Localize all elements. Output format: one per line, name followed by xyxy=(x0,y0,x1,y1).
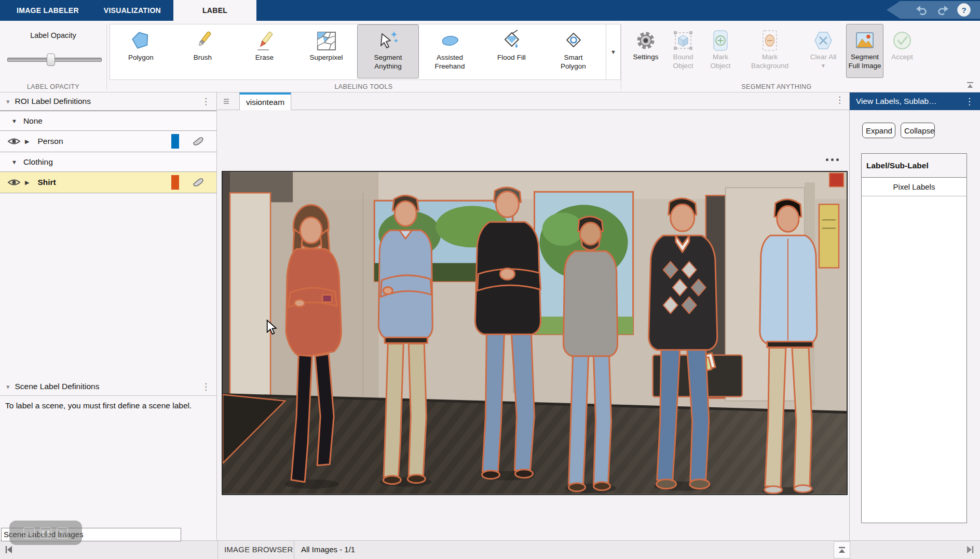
pause-icon: ❚❚ xyxy=(40,527,51,539)
roi-label-panel: ▾ ROI Label Definitions ⋮ ▼ None ▶ Perso… xyxy=(0,92,217,540)
roi-definitions-header: ▾ ROI Label Definitions ⋮ xyxy=(0,92,216,111)
strip-menu-icon[interactable]: ⋮ xyxy=(835,96,844,104)
triangle-right-icon[interactable]: ▶ xyxy=(25,138,29,145)
person-color-swatch[interactable] xyxy=(171,134,179,149)
superpixel-icon xyxy=(315,29,338,54)
collapse-ribbon-icon[interactable] xyxy=(965,82,975,89)
collapse-chevron-icon[interactable]: ▾ xyxy=(6,383,10,391)
tab-visualization[interactable]: VISUALIZATION xyxy=(91,0,173,21)
image-overflow-menu-icon[interactable] xyxy=(826,158,839,161)
mark-background-button[interactable]: Mark Background xyxy=(739,24,800,78)
smart-polygon-icon xyxy=(562,29,585,54)
segment-full-image-button[interactable]: Segment Full Image xyxy=(846,24,883,78)
roi-row-shirt[interactable]: ▶ Shirt xyxy=(0,172,216,193)
roi-row-person[interactable]: ▶ Person xyxy=(0,131,216,152)
first-image-icon[interactable] xyxy=(4,545,13,556)
superpixel-tool-button[interactable]: Superpixel xyxy=(295,24,357,78)
brush-tool-button[interactable]: Brush xyxy=(172,24,234,78)
pixel-label-eraser-icon xyxy=(192,136,205,147)
collapse-chevron-icon[interactable]: ▾ xyxy=(6,98,10,105)
group-name: Clothing xyxy=(23,157,53,167)
group-name: None xyxy=(23,116,43,126)
mark-background-icon xyxy=(758,28,781,53)
pixel-label-eraser-icon xyxy=(192,177,205,188)
assisted-freehand-tool-button[interactable]: Assisted Freehand xyxy=(419,24,481,78)
expand-button[interactable]: Expand xyxy=(862,123,895,138)
polygon-icon xyxy=(130,29,153,54)
canvas-area: visionteam ⋮ xyxy=(217,92,849,540)
segment-anything-group: Settings Bound Object Mark Object Mark B… xyxy=(627,24,921,78)
tab-list-icon[interactable] xyxy=(222,97,231,108)
collapse-button[interactable]: Collapse xyxy=(901,123,935,138)
clear-all-button[interactable]: Clear All ▼ xyxy=(800,24,846,78)
eye-visibility-icon[interactable] xyxy=(7,137,21,146)
scene-hint-text: To label a scene, you must first define … xyxy=(5,400,192,411)
tab-label[interactable]: LABEL xyxy=(173,0,256,21)
eye-visibility-icon[interactable] xyxy=(7,178,21,187)
roi-label-name: Person xyxy=(37,137,63,146)
labels-table: Label/Sub-Label Pixel Labels xyxy=(861,153,967,523)
bound-object-icon xyxy=(672,28,695,53)
ribbon: Label Opacity LABEL OPACITY Polygon Brus… xyxy=(0,21,980,92)
segment-anything-icon xyxy=(377,29,400,54)
bound-object-button[interactable]: Bound Object xyxy=(664,24,702,78)
erase-icon xyxy=(253,29,276,54)
status-bar: IMAGE BROWSER All Images - 1/1 xyxy=(0,540,980,559)
statusbar-divider xyxy=(294,541,294,559)
image-labeler-app: IMAGE LABELER VISUALIZATION LABEL ? Labe… xyxy=(0,0,980,559)
ribbon-divider xyxy=(106,24,107,89)
roi-group-clothing[interactable]: ▼ Clothing xyxy=(0,152,216,172)
panel-menu-icon[interactable]: ⋮ xyxy=(195,382,216,391)
roi-definitions-title: ROI Label Definitions xyxy=(15,97,195,106)
label-opacity-slider[interactable] xyxy=(7,53,101,65)
statusbar-divider xyxy=(217,541,218,559)
roi-group-none[interactable]: ▼ None xyxy=(0,111,216,131)
help-icon[interactable]: ? xyxy=(957,3,971,17)
roi-label-name: Shirt xyxy=(37,178,56,187)
triangle-down-icon[interactable]: ▼ xyxy=(11,118,17,124)
quick-access-toolbar: ? xyxy=(887,1,980,19)
clear-all-icon xyxy=(812,28,835,53)
slider-thumb[interactable] xyxy=(47,54,55,66)
triangle-right-icon[interactable]: ▶ xyxy=(25,179,29,186)
mouse-cursor xyxy=(266,320,278,337)
triangle-down-icon[interactable]: ▼ xyxy=(11,159,17,165)
flood-fill-tool-button[interactable]: Flood Fill xyxy=(481,24,542,78)
segment-full-image-icon xyxy=(853,28,876,53)
mark-object-button[interactable]: Mark Object xyxy=(702,24,739,78)
redo-icon[interactable] xyxy=(936,4,949,16)
panel-menu-icon[interactable]: ⋮ xyxy=(195,97,216,106)
tab-image-labeler[interactable]: IMAGE LABELER xyxy=(4,0,91,21)
settings-button[interactable]: Settings xyxy=(627,24,664,78)
erase-tool-button[interactable]: Erase xyxy=(234,24,295,78)
all-images-count: All Images - 1/1 xyxy=(301,545,355,554)
chevron-down-icon: ▼ xyxy=(821,63,826,69)
flood-fill-icon xyxy=(500,29,523,54)
view-labels-panel: View Labels, Sublab… ⋮ Expand Collapse L… xyxy=(849,92,980,540)
labeling-tools-panel: Polygon Brush Erase Superpixel xyxy=(110,24,606,80)
segmented-photo xyxy=(223,172,847,494)
labels-table-header: Label/Sub-Label xyxy=(862,154,967,178)
assisted-freehand-icon xyxy=(439,29,461,54)
last-image-icon[interactable] xyxy=(965,545,975,556)
image-tab-visionteam[interactable]: visionteam xyxy=(239,92,291,110)
mark-object-icon xyxy=(709,28,732,53)
labeled-image-visionteam[interactable] xyxy=(222,171,848,495)
chevron-down-icon: ▼ xyxy=(610,49,616,55)
accept-button[interactable]: Accept xyxy=(883,24,921,78)
collapse-browser-icon[interactable] xyxy=(834,541,850,558)
table-row-pixel-labels[interactable]: Pixel Labels xyxy=(862,178,967,196)
shirt-color-swatch[interactable] xyxy=(171,175,179,190)
section-label-sam: SEGMENT ANYTHING xyxy=(621,83,932,90)
tools-gallery-dropdown[interactable]: ▼ xyxy=(606,24,621,80)
edit-icon: ✎ xyxy=(57,527,68,539)
undo-icon[interactable] xyxy=(916,4,928,16)
polygon-tool-button[interactable]: Polygon xyxy=(110,24,172,78)
view-labels-title: View Labels, Sublab… xyxy=(850,97,959,106)
segment-anything-tool-button[interactable]: Segment Anything xyxy=(357,24,419,78)
panel-menu-icon[interactable]: ⋮ xyxy=(959,97,980,106)
smart-polygon-tool-button[interactable]: Smart Polygon xyxy=(542,24,604,78)
toolstrip-tabbar: IMAGE LABELER VISUALIZATION LABEL xyxy=(0,0,980,21)
brush-icon xyxy=(192,29,214,54)
gear-icon xyxy=(634,28,657,53)
